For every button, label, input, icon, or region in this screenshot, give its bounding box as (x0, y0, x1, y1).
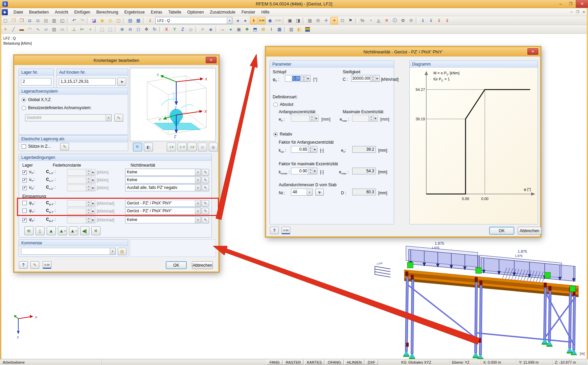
uz-checkbox[interactable]: ✓ (22, 186, 27, 190)
insert-solid-icon[interactable]: ▧ (50, 26, 58, 33)
uy-nonlinearity-combobox[interactable]: Keine▾ (125, 176, 201, 184)
phix-spring-input[interactable]: ▲▼▶ (67, 200, 95, 207)
knoten-nr-field[interactable]: 1,3,15,17,29,31 (59, 78, 116, 86)
cancel-button[interactable]: Abbrechen (518, 227, 541, 235)
member-hinge-icon[interactable]: ∘ (87, 26, 94, 33)
menu-item[interactable]: Ansicht (52, 9, 71, 16)
pick-member-button[interactable]: ➤ (315, 189, 324, 196)
separator[interactable] (159, 26, 162, 32)
nodal-support-icon[interactable]: ⊥ (70, 26, 78, 33)
ok-button[interactable]: OK (489, 227, 514, 235)
phi0-input[interactable]: 0.00 ▲▼▶ (285, 75, 311, 82)
separator[interactable] (416, 18, 418, 24)
delete-icon[interactable]: ✕ (383, 17, 390, 24)
separator[interactable] (87, 18, 89, 24)
stab-nr-combobox[interactable]: 48▾ (291, 189, 313, 196)
kemax-input[interactable]: 0.90 ▲▼▶ (291, 168, 317, 174)
phiz-checkbox[interactable]: ✓ (22, 218, 27, 222)
emax-input[interactable]: ▲▼▶ (352, 115, 378, 122)
render-box-icon[interactable]: ▣ (235, 26, 243, 33)
light-on-icon[interactable]: ◉ (98, 17, 106, 24)
help-button[interactable]: ? (270, 227, 279, 234)
cancel-button[interactable]: Abbrechen (192, 261, 213, 269)
separator[interactable] (284, 26, 287, 32)
new-window-icon[interactable]: ◫ (115, 17, 122, 24)
photo-icon[interactable]: ▣ (286, 17, 294, 24)
measure-icon[interactable]: % (359, 17, 366, 24)
insert-spline-icon[interactable]: ∿ (34, 26, 42, 33)
select-special-icon[interactable]: ⬚ (107, 26, 114, 33)
structure-tree-icon[interactable]: ❖ (243, 26, 251, 33)
help-button[interactable]: ? (19, 261, 28, 269)
ux-nonlinearity-combobox[interactable]: Keine▾ (125, 169, 201, 176)
protect-icon[interactable]: ◈ (207, 26, 214, 33)
zoom-window-icon[interactable]: ◻ (135, 26, 142, 33)
rotate-view-icon[interactable]: ↻ (151, 26, 158, 33)
zoom-out-icon[interactable]: ⊖ (127, 26, 134, 33)
select-icon[interactable]: ⬚ (98, 26, 106, 33)
maximize-button[interactable]: ❒ (566, 0, 576, 8)
phiz-nonlinearity-combobox[interactable]: Keine▾ (125, 216, 201, 223)
uy-nonlinearity-edit-button[interactable]: ✎ (202, 177, 209, 184)
new-file-icon[interactable]: ▢ (2, 17, 9, 24)
workplane-icon[interactable]: ⬒ (251, 26, 259, 33)
support-sliding-y-icon[interactable]: ▲Y (69, 226, 78, 235)
support-sliding-x-icon[interactable]: ▲X (58, 226, 67, 235)
preview-axes-button[interactable]: ⇱ (133, 143, 142, 151)
mdi-close-icon[interactable]: ✕ (583, 10, 585, 14)
prev-loadcase-icon[interactable]: ◂ (234, 17, 241, 24)
table-list-icon[interactable]: ▤ (127, 17, 134, 24)
phix-nonlinearity-edit-button[interactable]: ✎ (202, 200, 209, 207)
relativ-radio[interactable]: Relativ (273, 132, 292, 137)
menu-item[interactable]: Ergebnisse (121, 9, 148, 16)
close-button[interactable]: ✕ (576, 0, 588, 8)
edit-comment-button[interactable]: ✎ (30, 261, 39, 269)
units-button[interactable]: 0.00 (43, 261, 51, 269)
info-icon[interactable]: ⓘ (391, 17, 399, 24)
separator[interactable] (143, 18, 145, 24)
knotenlager-dialog-title[interactable]: Knotenlager bearbeiten ✕ (15, 56, 218, 65)
preview-zoom-button[interactable]: ◎ (209, 143, 218, 151)
stuetze-checkbox[interactable]: ✓Stütze in Z... (22, 144, 51, 149)
fe-refine-icon[interactable]: ⊞ (314, 17, 322, 24)
show-results-icon[interactable]: ◉ (266, 17, 274, 24)
phix-checkbox[interactable]: ✓ (22, 201, 27, 205)
redo-icon[interactable]: ↷ (78, 17, 86, 24)
insert-opening-icon[interactable]: ▭ (59, 26, 66, 33)
nichtlinearitaet-dialog-title[interactable]: Nichtlinearität - Gerüst - PZ' / PhiX' P… (266, 47, 540, 56)
separator[interactable] (216, 26, 218, 32)
phiy-nonlinearity-edit-button[interactable]: ✎ (202, 208, 209, 215)
preview-view-minus-y-button[interactable]: ⇩-Y (178, 143, 187, 151)
settings-icon[interactable]: ⚙ (399, 17, 407, 24)
show-loads-icon[interactable]: ⇟ (250, 17, 257, 24)
benutzerdefiniert-radio[interactable]: Benutzerdefiniertes Achsensystem: (22, 105, 91, 110)
line-support-icon[interactable]: ⊨ (78, 26, 86, 33)
menu-item[interactable]: Fenster (239, 9, 258, 16)
phix-nonlinearity-combobox[interactable]: Gerüst - PZ' / PhiX' PhiY'▾ (125, 200, 201, 207)
support-scissor-icon[interactable]: ✕ (91, 226, 100, 235)
insert-node-icon[interactable]: ✳ (2, 26, 9, 33)
snap-toggle[interactable]: OFANG (325, 360, 344, 365)
uz-nonlinearity-combobox[interactable]: Ausfall alle, falls PZ' negativ▾ (125, 184, 201, 191)
support-hinged-icon[interactable]: ⍙ (36, 226, 45, 235)
uz-nonlinearity-edit-button[interactable]: ✎ (202, 185, 209, 191)
loadcase-display-icon[interactable]: ⇓ (146, 17, 154, 24)
print-icon[interactable]: ▥ (50, 17, 58, 24)
snap-toggle[interactable]: KARTES (304, 360, 324, 365)
ux-spring-input[interactable]: ▲▼▶ (67, 169, 95, 176)
zoom-in-icon[interactable]: ⊕ (118, 26, 126, 33)
separator[interactable] (123, 18, 126, 24)
render-mode-icon[interactable]: ◪ (90, 17, 98, 24)
lager-nr-field[interactable]: 2 (21, 78, 51, 86)
snap-toggle[interactable]: FANG (267, 360, 282, 365)
menu-item[interactable]: Datei (10, 9, 26, 16)
phiz-spring-input[interactable]: ▲▼▶ (67, 217, 95, 223)
uy-checkbox[interactable]: ✓ (22, 178, 27, 182)
light-half-icon[interactable]: ◎ (107, 17, 114, 24)
global-xyz-radio[interactable]: Global X,Y,Z (22, 97, 50, 102)
view-z-icon[interactable]: Z (179, 26, 186, 33)
render-sphere-icon[interactable]: ● (227, 26, 234, 33)
uy-spring-input[interactable]: ▲▼▶ (67, 177, 95, 184)
dimension-icon[interactable]: ↔ (219, 26, 226, 33)
snap-toggle[interactable]: HLINIEN (344, 360, 364, 365)
